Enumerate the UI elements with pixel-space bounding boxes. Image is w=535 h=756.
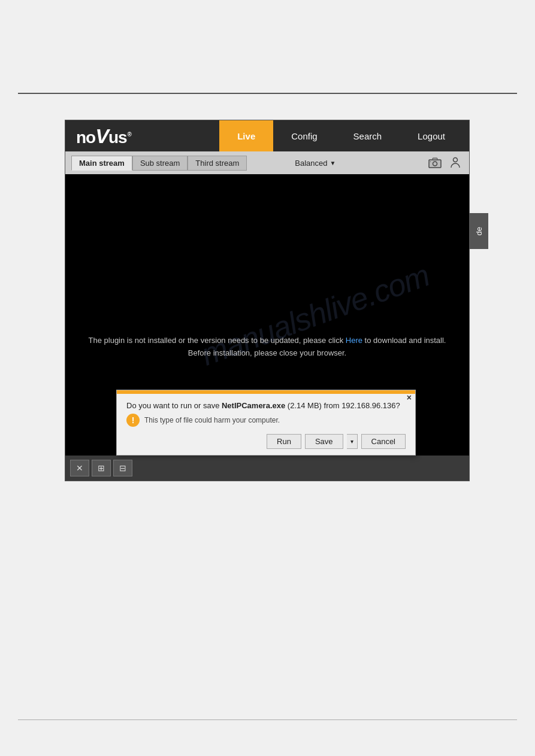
dialog-server: 192.168.96.136? — [341, 401, 400, 410]
bottom-divider — [18, 719, 517, 720]
video-area: manualshlive.com The plugin is not insta… — [65, 174, 469, 456]
dialog-filename: NetIPCamera.exe — [222, 401, 285, 410]
person-detection-icon[interactable] — [448, 155, 463, 171]
save-dropdown-button[interactable]: ▾ — [347, 434, 358, 449]
stop-button[interactable]: ✕ — [70, 460, 89, 476]
camera-ui: noVus® Live Config Search Logout Main st… — [65, 120, 470, 481]
svg-point-4 — [454, 158, 458, 162]
nav-tab-config[interactable]: Config — [273, 120, 335, 151]
stream-icons — [427, 155, 463, 171]
logo-us: us — [108, 128, 127, 147]
plugin-message-prefix: The plugin is not installed or the versi… — [89, 336, 344, 345]
balance-label: Balanced — [295, 159, 327, 168]
dialog-actions: Run Save ▾ Cancel — [117, 430, 415, 455]
svg-rect-2 — [433, 158, 437, 160]
balance-arrow-icon: ▼ — [330, 160, 336, 166]
stream-tab-sub[interactable]: Sub stream — [132, 156, 188, 171]
logo: noVus® — [76, 125, 131, 148]
plugin-download-link[interactable]: Here — [346, 336, 362, 345]
logo-no: no — [76, 128, 95, 147]
dialog-body: Do you want to run or save NetIPCamera.e… — [117, 394, 415, 430]
record-button[interactable]: ⊞ — [92, 460, 111, 476]
download-dialog: × Do you want to run or save NetIPCamera… — [116, 390, 416, 456]
run-button[interactable]: Run — [267, 434, 301, 449]
side-tab-label: de — [474, 227, 483, 235]
dialog-close-button[interactable]: × — [407, 393, 412, 402]
logo-v: V — [95, 125, 108, 147]
camera-settings-icon[interactable] — [427, 155, 443, 171]
dialog-warning: ! This type of file could harm your comp… — [126, 414, 406, 427]
save-button[interactable]: Save — [305, 434, 343, 449]
nav-bar: noVus® Live Config Search Logout — [65, 120, 469, 151]
plugin-message: The plugin is not installed or the versi… — [87, 335, 447, 360]
dialog-warning-text: This type of file could harm your comput… — [144, 416, 280, 424]
dialog-question-prefix: Do you want to run or save — [126, 401, 222, 410]
side-tab[interactable]: de — [469, 213, 488, 249]
logo-registered: ® — [128, 131, 131, 138]
nav-tab-live[interactable]: Live — [219, 120, 273, 151]
dialog-question: Do you want to run or save NetIPCamera.e… — [126, 401, 406, 410]
stream-tab-third[interactable]: Third stream — [188, 156, 247, 171]
stream-tab-main[interactable]: Main stream — [71, 156, 132, 171]
logo-area: noVus® — [65, 125, 197, 148]
cancel-button[interactable]: Cancel — [361, 434, 406, 449]
bottom-controls: ✕ ⊞ ⊟ — [65, 456, 469, 481]
dialog-file-size: (2.14 MB) from — [288, 401, 341, 410]
nav-tab-logout[interactable]: Logout — [400, 120, 463, 151]
svg-rect-3 — [429, 161, 431, 162]
balance-selector[interactable]: Balanced ▼ — [295, 159, 335, 168]
top-divider — [18, 93, 517, 94]
stream-tabs: Main stream Sub stream Third stream — [71, 156, 247, 171]
warning-icon: ! — [126, 414, 140, 427]
nav-tab-search[interactable]: Search — [335, 120, 400, 151]
stream-bar: Main stream Sub stream Third stream Bala… — [65, 151, 469, 174]
nav-tabs: Live Config Search Logout — [197, 120, 469, 151]
svg-rect-0 — [429, 160, 441, 168]
snapshot-button[interactable]: ⊟ — [113, 460, 132, 476]
page-wrapper: noVus® Live Config Search Logout Main st… — [0, 0, 535, 756]
